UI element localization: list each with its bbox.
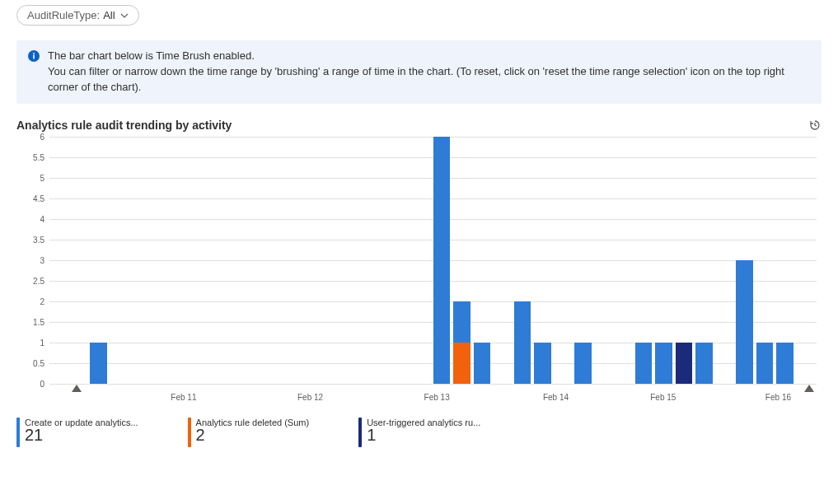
legend-total-trigger: 1	[367, 426, 480, 445]
info-line-2: You can filter or narrow down the time r…	[48, 64, 810, 96]
x-tick-label: Feb 15	[650, 393, 676, 402]
y-tick-label: 2	[16, 296, 44, 306]
svg-rect-2	[33, 53, 35, 54]
y-tick-label: 3	[16, 255, 44, 264]
legend-swatch-delete	[188, 418, 191, 447]
bar-segment-create	[574, 343, 592, 384]
bar-segment-create	[514, 301, 531, 384]
y-tick-label: 4.5	[16, 194, 44, 203]
legend-item-trigger[interactable]: User-triggered analytics ru... 1	[358, 418, 480, 447]
time-brush-chart[interactable]: 00.511.522.533.544.555.56	[49, 137, 817, 385]
bar-segment-create	[756, 343, 774, 384]
y-tick-label: 5	[16, 173, 44, 182]
chevron-down-icon	[120, 12, 129, 20]
y-tick-label: 6	[16, 132, 44, 141]
legend-total-delete: 2	[196, 426, 310, 445]
bar-segment-delete	[453, 343, 470, 384]
brush-handle-left[interactable]	[72, 385, 82, 392]
x-tick-label: Feb 12	[297, 393, 323, 402]
y-tick-label: 3.5	[16, 235, 44, 244]
filter-value: All	[103, 9, 115, 21]
chart-legend: Create or update analytics... 21 Analyti…	[16, 418, 822, 447]
svg-rect-1	[33, 55, 35, 59]
bar-segment-create	[453, 301, 470, 343]
x-tick-label: Feb 16	[765, 393, 791, 402]
chart-title: Analytics rule audit trending by activit…	[16, 119, 232, 132]
x-tick-label: Feb 14	[543, 393, 569, 402]
y-tick-label: 1	[16, 338, 44, 347]
bar-segment-trigger	[676, 343, 693, 384]
legend-swatch-create	[16, 418, 20, 447]
brush-handle-right[interactable]	[804, 385, 814, 392]
info-banner: The bar chart below is Time Brush enable…	[16, 40, 822, 104]
bar-segment-create	[90, 343, 107, 384]
info-line-1: The bar chart below is Time Brush enable…	[48, 49, 810, 64]
reset-time-range-icon[interactable]	[808, 119, 822, 132]
bar-segment-create	[635, 343, 653, 384]
y-tick-label: 5.5	[16, 152, 44, 161]
x-tick-label: Feb 11	[171, 393, 196, 402]
bar-segment-create	[695, 343, 713, 384]
legend-item-create[interactable]: Create or update analytics... 21	[16, 418, 138, 447]
legend-swatch-trigger	[358, 418, 362, 447]
y-tick-label: 0.5	[16, 358, 44, 367]
bar-segment-create	[776, 343, 794, 384]
bar-segment-create	[433, 137, 451, 384]
info-text: The bar chart below is Time Brush enable…	[48, 49, 810, 96]
bar-segment-create	[736, 260, 753, 384]
y-tick-label: 2.5	[16, 276, 44, 285]
filter-label: AuditRuleType:	[27, 9, 100, 21]
bar-segment-create	[655, 343, 672, 384]
bar-segment-create	[534, 343, 551, 384]
legend-total-create: 21	[25, 426, 138, 445]
y-tick-label: 4	[16, 214, 44, 223]
y-tick-label: 1.5	[16, 317, 44, 326]
y-tick-label: 0	[16, 379, 44, 388]
x-tick-label: Feb 13	[424, 393, 450, 402]
legend-item-delete[interactable]: Analytics rule deleted (Sum) 2	[188, 418, 310, 447]
filter-audit-rule-type[interactable]: AuditRuleType: All	[16, 5, 139, 26]
bar-segment-create	[474, 343, 491, 384]
info-icon	[28, 50, 40, 62]
